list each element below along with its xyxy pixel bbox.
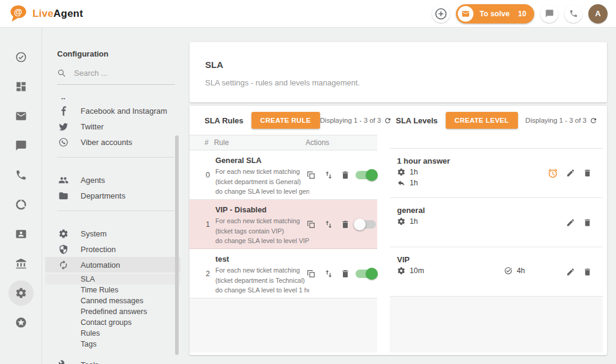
rule-description-line: (ticket tags contain VIP) xyxy=(215,226,309,236)
create-rule-button[interactable]: CREATE RULE xyxy=(251,112,320,129)
sidebar-item-automation[interactable]: Automation xyxy=(45,257,180,273)
automation-submenu: SLA Time Rules Canned messages Predefine… xyxy=(57,274,180,350)
sidebar-item-label: Protection xyxy=(81,245,116,254)
create-level-button[interactable]: CREATE LEVEL xyxy=(446,112,518,129)
column-index: # xyxy=(205,138,209,147)
rule-summary: test For each new ticket matching (ticke… xyxy=(215,254,308,295)
rule-description: For each new ticket matching (ticket dep… xyxy=(215,265,309,295)
rail-item-tasks[interactable] xyxy=(0,42,42,72)
toggle-knob xyxy=(366,169,378,181)
rail-item-configuration-active[interactable] xyxy=(0,278,42,307)
first-answer-metric: 1h xyxy=(397,217,418,226)
logo-text-agent: Agent xyxy=(54,8,83,19)
rule-description: For each new ticket matching (ticket tag… xyxy=(215,216,309,246)
nav-rail xyxy=(0,28,42,364)
rule-row-test[interactable]: 2 test For each new ticket matching (tic… xyxy=(189,249,377,298)
levels-empty-area xyxy=(390,297,603,353)
sidebar-subitem-tags[interactable]: Tags xyxy=(57,339,180,350)
calls-button[interactable] xyxy=(564,5,582,23)
chats-button[interactable] xyxy=(540,5,558,23)
to-solve-count: 10 xyxy=(518,10,526,18)
rail-item-chats[interactable] xyxy=(0,131,42,160)
page-title: SLA xyxy=(205,60,607,70)
chat-icon xyxy=(16,140,26,150)
rail-item-dashboard[interactable] xyxy=(0,72,42,101)
levels-header-gap xyxy=(390,135,603,148)
rule-row-vip-disabled[interactable]: 1 VIP - Disabled For each new ticket mat… xyxy=(189,200,377,249)
alarm-clock-icon[interactable] xyxy=(547,168,558,179)
liveagent-app: @ LiveAgent To solve 10 A Config xyxy=(0,0,616,364)
sidebar-item-tools[interactable]: Tools xyxy=(57,357,180,364)
to-solve-button[interactable]: To solve 10 xyxy=(456,4,534,23)
trash-icon[interactable] xyxy=(583,267,592,276)
swap-vert-icon[interactable] xyxy=(324,220,333,229)
trash-icon[interactable] xyxy=(583,218,592,227)
configuration-sidebar: Configuration .. Facebook and Instagram … xyxy=(43,28,180,364)
sidebar-item-twitter[interactable]: Twitter xyxy=(57,119,180,134)
edit-pencil-icon[interactable] xyxy=(566,168,575,177)
edit-pencil-icon[interactable] xyxy=(566,218,575,227)
rail-item-calls[interactable] xyxy=(0,160,42,190)
user-avatar[interactable]: A xyxy=(588,4,608,23)
copy-icon[interactable] xyxy=(306,220,316,229)
level-row-vip[interactable]: VIP 10m 4h xyxy=(390,247,603,297)
sidebar-menu: .. Facebook and Instagram Twitter Viber … xyxy=(57,90,180,364)
sla-levels-heading: SLA Levels xyxy=(396,116,438,125)
level-actions xyxy=(547,168,592,179)
liveagent-logo[interactable]: @ LiveAgent xyxy=(8,5,83,23)
trash-icon[interactable] xyxy=(340,269,350,279)
rail-item-tickets[interactable] xyxy=(0,101,42,131)
rule-enabled-toggle[interactable] xyxy=(356,171,376,179)
copy-icon[interactable] xyxy=(306,170,316,180)
sidebar-item-agents[interactable]: Agents xyxy=(57,172,180,188)
rail-item-billing[interactable] xyxy=(0,248,42,278)
sidebar-item-protection[interactable]: Protection xyxy=(57,241,180,257)
rail-item-reports[interactable] xyxy=(0,190,42,219)
next-answer-value: 1h xyxy=(410,179,418,187)
copy-icon[interactable] xyxy=(306,269,316,279)
trash-icon[interactable] xyxy=(340,220,350,229)
shield-icon xyxy=(57,244,69,254)
sidebar-item-system[interactable]: System xyxy=(57,226,180,241)
gear-icon xyxy=(397,168,405,176)
trash-icon[interactable] xyxy=(340,170,350,180)
sidebar-item-departments[interactable]: Departments xyxy=(57,188,180,203)
add-new-button[interactable] xyxy=(432,5,450,23)
swap-vert-icon[interactable] xyxy=(324,269,333,279)
sidebar-scrollbar-thumb[interactable] xyxy=(175,135,179,355)
main-content: SLA SLA settings - rules and levels mana… xyxy=(180,28,616,364)
level-row-general[interactable]: general 1h xyxy=(390,198,603,247)
rule-enabled-toggle[interactable] xyxy=(356,220,376,229)
sla-content-card: SLA Rules CREATE RULE Displaying 1 - 3 o… xyxy=(189,106,607,355)
search-input[interactable] xyxy=(73,68,163,78)
top-bar: @ LiveAgent To solve 10 A xyxy=(0,0,616,28)
stars-icon xyxy=(16,317,26,327)
swap-vert-icon[interactable] xyxy=(324,170,333,180)
sidebar-item-label: Facebook and Instagram xyxy=(81,106,167,116)
sidebar-subitem-rules[interactable]: Rules xyxy=(57,328,180,339)
sidebar-item-viber[interactable]: Viber accounts xyxy=(57,134,180,150)
rule-description-line: For each new ticket matching xyxy=(215,167,309,177)
gear-icon xyxy=(16,288,25,298)
level-row-1-hour-answer[interactable]: 1 hour answer 1h 1h xyxy=(390,149,603,198)
rail-item-upgrades[interactable] xyxy=(0,307,42,337)
sidebar-item-truncated[interactable]: .. xyxy=(57,90,180,103)
rule-enabled-toggle[interactable] xyxy=(356,270,376,278)
edit-pencil-icon[interactable] xyxy=(566,267,575,276)
rule-description-line: (ticket department is General) xyxy=(215,177,309,187)
sync-icon xyxy=(57,260,69,270)
logo-at-glyph: @ xyxy=(14,7,22,16)
rule-row-general-sla[interactable]: 0 General SLA For each new ticket matchi… xyxy=(189,150,377,200)
sidebar-title: Configuration xyxy=(57,49,180,58)
active-rail-highlight xyxy=(8,280,34,306)
sidebar-subitem-time-rules[interactable]: Time Rules xyxy=(57,285,180,295)
sidebar-item-facebook-instagram[interactable]: Facebook and Instagram xyxy=(57,103,180,119)
sidebar-subitem-predefined-answers[interactable]: Predefined answers xyxy=(57,306,180,317)
rail-item-customers[interactable] xyxy=(0,219,42,248)
sidebar-subitem-sla[interactable]: SLA xyxy=(45,274,180,285)
sidebar-item-label: Twitter xyxy=(81,122,103,131)
refresh-icon[interactable] xyxy=(590,117,597,125)
sidebar-subitem-contact-groups[interactable]: Contact groups xyxy=(57,317,180,328)
sidebar-subitem-canned-messages[interactable]: Canned messages xyxy=(57,295,180,306)
trash-icon[interactable] xyxy=(583,168,592,177)
